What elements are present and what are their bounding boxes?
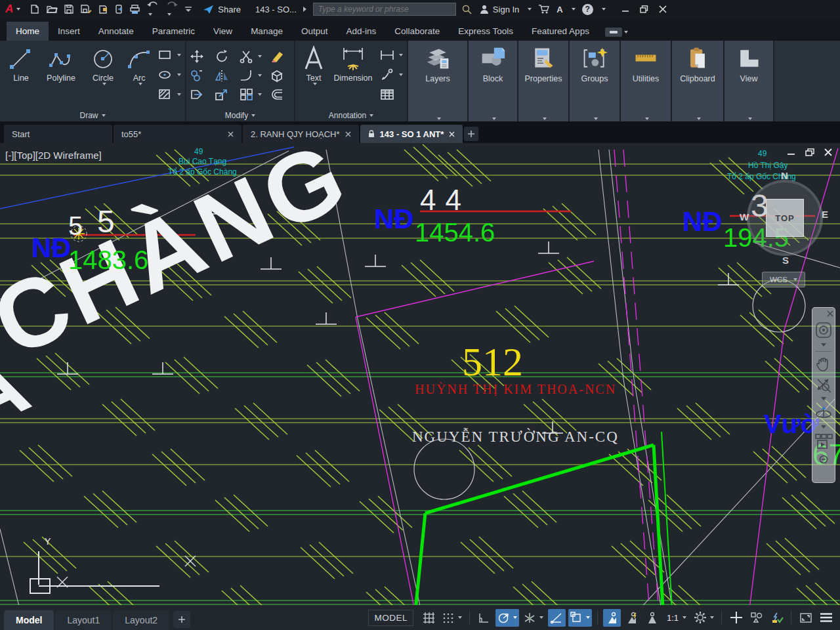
orbit-icon[interactable] — [814, 405, 833, 421]
pan-hand-icon[interactable] — [815, 356, 832, 372]
qat-customize-button[interactable] — [184, 5, 192, 13]
object-snap-toggle[interactable] — [568, 609, 592, 627]
ellipse-caret-icon[interactable] — [177, 74, 181, 76]
isodraft-caret-icon[interactable] — [539, 616, 543, 619]
viewport-controls[interactable]: [-][Top][2D Wireframe] — [5, 150, 102, 161]
move-button[interactable] — [186, 47, 211, 66]
array-caret-icon[interactable] — [258, 93, 262, 96]
leader-caret-icon[interactable] — [399, 74, 403, 76]
crosshair-customize-button[interactable] — [727, 609, 745, 627]
panel-groups-footer[interactable] — [570, 117, 620, 120]
arc-caret-icon[interactable] — [138, 83, 142, 85]
panel-layers-footer[interactable] — [408, 117, 467, 120]
app-menu-caret-icon[interactable] — [16, 8, 20, 10]
minimize-button[interactable] — [621, 5, 629, 13]
tab-express-tools[interactable]: Express Tools — [449, 22, 522, 41]
file-tab-to55-close-icon[interactable] — [228, 131, 234, 137]
navbar-minus-icon[interactable] — [819, 455, 828, 464]
panel-modify-footer[interactable]: Modify — [186, 111, 294, 120]
annotation-scale-person[interactable] — [644, 609, 662, 627]
restore-button[interactable] — [640, 5, 648, 13]
snap-toggle[interactable] — [440, 609, 464, 627]
table-button[interactable] — [379, 86, 403, 103]
erase-button[interactable] — [266, 47, 289, 66]
undo-button[interactable] — [146, 0, 159, 19]
file-tab-ranh[interactable]: 2. RANH QJY HOẠCH* — [243, 125, 359, 143]
workspace-switching-button[interactable] — [692, 609, 716, 627]
leader-button[interactable] — [379, 66, 403, 83]
hatch-button[interactable] — [158, 86, 181, 103]
save-icon[interactable] — [64, 4, 74, 14]
viewcube-top-face[interactable]: TOP — [766, 199, 804, 237]
fillet-caret-icon[interactable] — [258, 74, 262, 77]
customization-menu-button[interactable] — [817, 609, 835, 627]
tab-view[interactable]: View — [204, 22, 242, 41]
panel-clipboard-footer[interactable] — [672, 117, 723, 120]
circle-caret-icon[interactable] — [102, 83, 106, 85]
grid-toggle[interactable] — [420, 609, 438, 627]
file-tab-143-close-icon[interactable] — [449, 131, 455, 137]
line-button[interactable]: Line — [5, 45, 37, 103]
navbar-wheel-caret-icon[interactable] — [821, 343, 826, 346]
mirror-button[interactable] — [211, 66, 236, 85]
polyline-button[interactable]: Polyline — [41, 45, 81, 103]
new-drawing-tab-button[interactable] — [464, 127, 478, 141]
circle-button[interactable]: Circle — [85, 45, 121, 103]
graphics-performance-button[interactable] — [768, 609, 786, 627]
sign-in-caret-icon[interactable] — [528, 8, 532, 10]
copy-button[interactable] — [186, 66, 211, 85]
dimension-button[interactable]: Dimension — [331, 45, 375, 103]
trim-button[interactable] — [236, 47, 266, 66]
file-tab-to55[interactable]: to55* — [114, 125, 242, 143]
panel-draw-footer[interactable]: Draw — [0, 111, 185, 120]
viewport-restore-icon[interactable] — [805, 148, 814, 156]
clipboard-button[interactable]: Clipboard — [672, 41, 723, 83]
autocad-logo-icon[interactable]: A — [5, 3, 13, 16]
linear-dim-caret-icon[interactable] — [399, 54, 403, 56]
autodesk-account-button[interactable]: A — [556, 5, 562, 14]
search-input[interactable] — [313, 3, 456, 16]
search-icon[interactable] — [461, 4, 472, 15]
text-caret-icon[interactable] — [313, 83, 317, 85]
annotation-visibility-toggle[interactable] — [603, 609, 621, 627]
redo-button[interactable] — [165, 0, 178, 19]
layout-tab-layout1[interactable]: Layout1 — [55, 610, 112, 630]
undo-caret-icon[interactable] — [148, 13, 152, 16]
explode-button[interactable] — [266, 66, 289, 85]
plot-icon[interactable] — [129, 4, 140, 14]
close-button[interactable] — [659, 5, 667, 13]
object-snap-tracking-toggle[interactable] — [548, 609, 566, 627]
sign-in-button[interactable]: Sign In — [479, 4, 519, 14]
new-file-icon[interactable] — [30, 4, 40, 14]
tab-parametric[interactable]: Parametric — [143, 22, 204, 41]
clean-screen-button[interactable] — [797, 609, 814, 627]
tab-manage[interactable]: Manage — [242, 22, 292, 41]
polar-caret-icon[interactable] — [513, 616, 517, 619]
file-tab-start[interactable]: Start — [4, 125, 112, 143]
panel-utilities-footer[interactable] — [621, 117, 671, 120]
polar-tracking-toggle[interactable] — [495, 609, 519, 627]
file-tab-ranh-close-icon[interactable] — [345, 131, 351, 137]
navbar-close-icon[interactable] — [827, 310, 833, 317]
navbar-zoom-caret-icon[interactable] — [821, 397, 826, 400]
annotation-autoscale-toggle[interactable] — [623, 609, 641, 627]
panel-properties-footer[interactable] — [518, 117, 568, 120]
app-store-cart-icon[interactable] — [538, 4, 550, 14]
annotation-scale-button[interactable]: 1:1 — [664, 613, 689, 623]
doc-expand-icon[interactable] — [303, 7, 306, 12]
tab-collaborate[interactable]: Collaborate — [385, 22, 449, 41]
help-caret-icon[interactable] — [602, 8, 606, 10]
share-button[interactable]: Share — [203, 5, 241, 14]
snap-caret-icon[interactable] — [458, 616, 462, 619]
drawing-canvas[interactable]: 49Bui Cao TạngTổ 2 ấp Gốc Chàng49Hồ Thị … — [0, 143, 840, 605]
osnap-caret-icon[interactable] — [586, 616, 590, 619]
publish-icon[interactable] — [98, 4, 108, 14]
tab-annotate[interactable]: Annotate — [89, 22, 143, 41]
fillet-button[interactable] — [236, 66, 266, 85]
tab-insert[interactable]: Insert — [49, 22, 89, 41]
new-layout-button[interactable] — [173, 611, 190, 628]
panel-view-footer[interactable] — [724, 117, 773, 120]
rotate-button[interactable] — [211, 47, 236, 66]
offset-button[interactable] — [266, 85, 289, 104]
rectangle-caret-icon[interactable] — [177, 54, 181, 56]
